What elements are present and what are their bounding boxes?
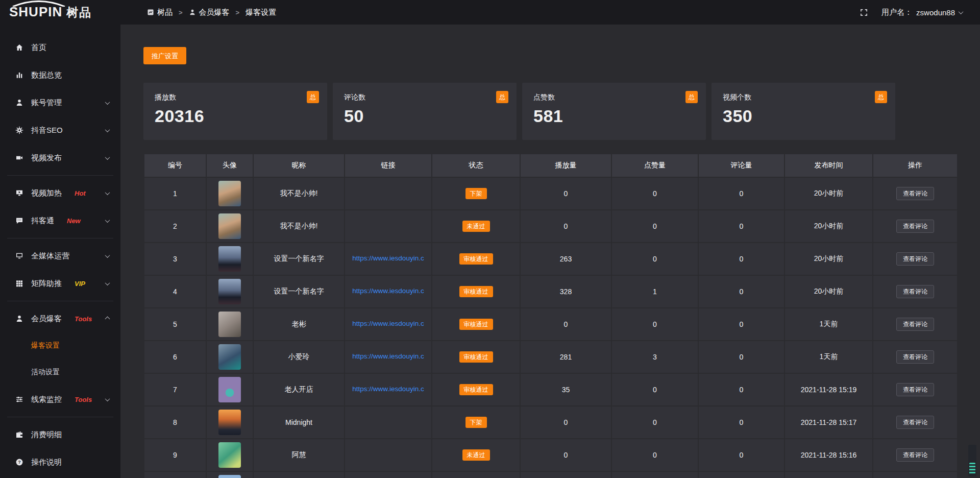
- sidebar-item-data-overview[interactable]: 数据总览: [0, 61, 120, 89]
- cell-plays: 0: [520, 439, 611, 471]
- sidebar-item-tag: VIP: [75, 280, 85, 288]
- cell-status: 未通过: [432, 210, 520, 243]
- cell-likes: 0: [611, 308, 698, 341]
- video-link[interactable]: https://www.iesdouyin.c: [352, 287, 424, 295]
- view-comments-button[interactable]: 查看评论: [896, 350, 934, 364]
- video-link[interactable]: https://www.iesdouyin.c: [352, 254, 424, 262]
- cell-likes: 0: [611, 373, 698, 406]
- cell-id: 9: [144, 439, 206, 471]
- cell-status: 审核通过: [432, 243, 520, 275]
- cell-comments: 0: [698, 275, 785, 308]
- stat-card-videos: 视频个数350总: [712, 83, 895, 140]
- cell-status: 下架: [432, 177, 520, 210]
- sidebar-item-label: 线索监控: [31, 395, 62, 404]
- help-icon: ?: [15, 458, 23, 466]
- cell-time: 20小时前: [785, 243, 873, 275]
- cell-nickname: 我不是小帅!: [253, 177, 345, 210]
- cell-avatar: [206, 471, 253, 478]
- view-comments-button[interactable]: 查看评论: [896, 252, 934, 266]
- cell-action: 查看评论: [873, 177, 958, 210]
- avatar: [218, 312, 241, 337]
- video-link[interactable]: https://www.iesdouyin.c: [352, 352, 424, 360]
- logo-text-cn: 树品: [66, 5, 92, 20]
- sidebar-item-label: 矩阵助推: [31, 279, 62, 289]
- view-comments-button[interactable]: 查看评论: [896, 285, 934, 298]
- cell-likes: 1: [611, 275, 698, 308]
- chat-icon: [15, 217, 23, 225]
- cell-avatar: [206, 308, 253, 341]
- view-comments-button[interactable]: 查看评论: [896, 318, 934, 331]
- sidebar-item-expense-detail[interactable]: 消费明细: [0, 421, 120, 448]
- cell-avatar: [206, 373, 253, 406]
- stat-card-value: 20316: [155, 106, 316, 126]
- view-comments-button[interactable]: 查看评论: [896, 416, 934, 429]
- sidebar-item-video-heat[interactable]: 视频加热Hot: [0, 179, 120, 207]
- cell-comments: 0: [698, 341, 785, 373]
- cell-plays: 0: [520, 210, 611, 243]
- logo[interactable]: SHUPIN 树品: [0, 5, 120, 20]
- cell-plays: 263: [520, 243, 611, 275]
- avatar: [218, 377, 241, 402]
- cell-time: 20小时前: [785, 210, 873, 243]
- cell-avatar: [206, 406, 253, 439]
- breadcrumb-separator: >: [236, 9, 240, 16]
- sliders-icon: [15, 395, 23, 403]
- view-comments-button[interactable]: 查看评论: [896, 448, 934, 462]
- column-header: 评论量: [698, 154, 785, 177]
- table-row: 8Midnight下架0002021-11-28 15:17查看评论: [144, 406, 958, 439]
- sidebar-item-help[interactable]: ?操作说明: [0, 448, 120, 476]
- main-content: 推广设置 播放数20316总评论数50总点赞数581总视频个数350总 编号头像…: [120, 25, 980, 478]
- fullscreen-icon[interactable]: [860, 8, 868, 17]
- view-comments-button[interactable]: 查看评论: [896, 187, 934, 200]
- view-comments-button[interactable]: 查看评论: [896, 383, 934, 396]
- chevron-down-icon: [105, 218, 110, 223]
- promo-settings-button[interactable]: 推广设置: [143, 47, 186, 64]
- cell-id: [144, 471, 206, 478]
- scrollbar-widget[interactable]: [968, 445, 976, 476]
- status-badge: 审核通过: [459, 384, 493, 395]
- username[interactable]: 用户名：zswodun88: [881, 8, 963, 17]
- breadcrumb-label: 树品: [157, 8, 173, 17]
- video-link[interactable]: https://www.iesdouyin.c: [352, 385, 424, 393]
- cell-action: 查看评论: [873, 210, 958, 243]
- sidebar-item-clue-monitor[interactable]: 线索监控Tools: [0, 386, 120, 413]
- sidebar-item-douketong[interactable]: 抖客通New: [0, 207, 120, 234]
- table-row: 4设置一个新名字https://www.iesdouyin.c审核通过32810…: [144, 275, 958, 308]
- column-header: 操作: [873, 154, 958, 177]
- breadcrumb-item[interactable]: 树品: [147, 8, 173, 17]
- sidebar-item-label: 数据总览: [31, 70, 62, 80]
- breadcrumb-separator: >: [179, 9, 183, 16]
- sidebar-subitem-activity-settings[interactable]: 活动设置: [0, 359, 120, 386]
- chevron-down-icon: [105, 396, 110, 401]
- sidebar-item-video-publish[interactable]: 视频发布: [0, 144, 120, 172]
- sidebar-item-label: 抖客通: [31, 216, 54, 226]
- table-row: 3设置一个新名字https://www.iesdouyin.c审核通过26300…: [144, 243, 958, 275]
- sidebar-item-label: 抖音SEO: [31, 126, 63, 135]
- user-icon: [15, 99, 23, 107]
- status-badge: 审核通过: [459, 351, 493, 363]
- cell-link: https://www.iesdouyin.c: [345, 275, 432, 308]
- cell-link: [345, 471, 432, 478]
- sidebar: 首页数据总览账号管理抖音SEO视频发布视频加热Hot抖客通New全媒体运营矩阵助…: [0, 25, 120, 478]
- sidebar-item-matrix-boost[interactable]: 矩阵助推VIP: [0, 270, 120, 297]
- sidebar-item-media-operation[interactable]: 全媒体运营: [0, 242, 120, 270]
- sidebar-item-tag: Hot: [75, 189, 86, 197]
- cell-status: 下架: [432, 406, 520, 439]
- sidebar-item-douyin-seo[interactable]: 抖音SEO: [0, 116, 120, 144]
- sidebar-item-tag: Tools: [75, 315, 92, 323]
- sidebar-subitem-baoke-settings[interactable]: 爆客设置: [0, 332, 120, 359]
- view-comments-button[interactable]: 查看评论: [896, 220, 934, 233]
- cell-plays: 328: [520, 275, 611, 308]
- total-badge: 总: [307, 91, 319, 103]
- sidebar-item-member-baoke[interactable]: 会员爆客Tools: [0, 305, 120, 332]
- sidebar-item-account-manage[interactable]: 账号管理: [0, 89, 120, 116]
- status-badge: 未通过: [462, 449, 490, 461]
- sidebar-item-label: 操作说明: [31, 458, 62, 467]
- sidebar-item-home[interactable]: 首页: [0, 34, 120, 61]
- breadcrumb-item[interactable]: 爆客设置: [246, 8, 276, 17]
- breadcrumb-item[interactable]: 会员爆客: [189, 8, 230, 17]
- cell-avatar: [206, 243, 253, 275]
- stat-card-value: 50: [344, 106, 505, 126]
- sidebar-item-label: 消费明细: [31, 430, 62, 440]
- video-link[interactable]: https://www.iesdouyin.c: [352, 320, 424, 327]
